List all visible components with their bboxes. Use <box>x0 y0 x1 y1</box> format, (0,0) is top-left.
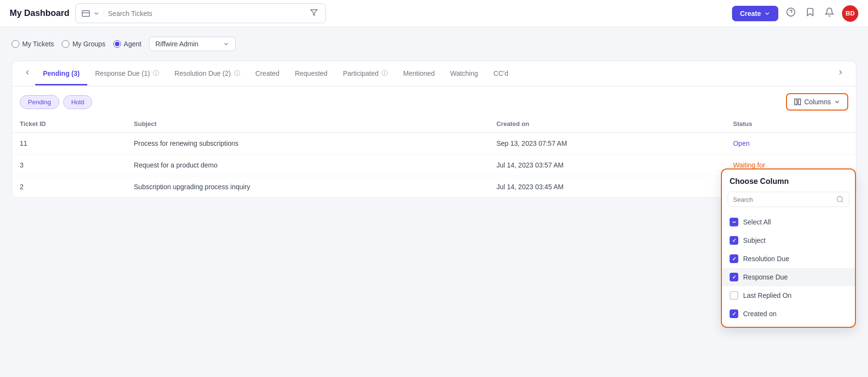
svg-line-7 <box>841 201 843 202</box>
col-subject: Subject <box>126 115 489 133</box>
select-chevron-icon <box>223 41 230 47</box>
filter-icon <box>310 9 318 16</box>
checkbox-checked: ✓ <box>730 236 738 245</box>
columns-chevron-icon <box>834 98 841 105</box>
bookmark-icon <box>805 7 815 17</box>
column-item-label: Resolution Due <box>743 255 789 263</box>
page-title: My Dashboard <box>10 8 69 18</box>
column-item[interactable]: ✓Created on <box>722 305 855 323</box>
inbox-icon <box>81 9 90 18</box>
columns-icon <box>794 98 801 106</box>
resolution-due-info-icon[interactable]: ⓘ <box>234 69 240 78</box>
table-row[interactable]: 11 Process for renewing subscriptions Se… <box>12 133 856 154</box>
filter-chips: Pending Hold <box>20 95 92 109</box>
tab-mentioned[interactable]: Mentioned <box>395 62 442 85</box>
agent-radio[interactable] <box>113 40 121 48</box>
column-search-input[interactable] <box>733 196 832 203</box>
column-item-label: Created on <box>743 310 776 318</box>
filter-my-tickets[interactable]: My Tickets <box>12 40 54 48</box>
bell-icon <box>825 7 834 17</box>
checkbox-partial: − <box>730 218 738 226</box>
column-search-box[interactable] <box>728 192 849 207</box>
tab-requested[interactable]: Requested <box>287 62 335 85</box>
checkbox-checked: ✓ <box>730 309 738 318</box>
col-created-on: Created on <box>488 115 725 133</box>
chevron-left-icon <box>24 69 31 76</box>
avatar[interactable]: BD <box>842 5 858 22</box>
svg-point-6 <box>837 196 842 202</box>
search-bar[interactable] <box>75 3 326 23</box>
svg-rect-4 <box>795 99 797 105</box>
notifications-button[interactable] <box>823 5 836 21</box>
column-items-list: −Select All✓Subject✓Resolution Due✓Respo… <box>722 213 855 323</box>
create-chevron-icon <box>764 10 771 17</box>
help-icon <box>786 7 796 17</box>
column-item[interactable]: ✓Response Due <box>722 268 855 286</box>
column-item[interactable]: ✓Resolution Due <box>722 250 855 268</box>
agent-select[interactable]: Riffwire Admin <box>149 37 236 51</box>
header: My Dashboard Create BD <box>0 0 868 27</box>
tab-prev-button[interactable] <box>20 67 35 81</box>
chip-hold[interactable]: Hold <box>63 95 93 109</box>
column-item-label: Subject <box>743 237 766 244</box>
participated-info-icon[interactable]: ⓘ <box>381 69 388 78</box>
svg-rect-5 <box>798 99 800 105</box>
checkbox-checked: ✓ <box>730 254 738 263</box>
column-chooser-panel: Choose Column −Select All✓Subject✓Resolu… <box>721 168 856 328</box>
filter-button[interactable] <box>308 7 320 20</box>
help-button[interactable] <box>784 5 798 21</box>
filter-my-groups[interactable]: My Groups <box>62 40 105 48</box>
cell-subject: Process for renewing subscriptions <box>126 133 489 154</box>
column-item-label: Select All <box>743 218 771 226</box>
cell-subject: Request for a product demo <box>126 154 489 176</box>
cell-ticket-id: 11 <box>12 133 126 154</box>
tab-participated[interactable]: Participated ⓘ <box>335 61 395 86</box>
table-header-row: Ticket ID Subject Created on Status <box>12 115 856 133</box>
tab-pending[interactable]: Pending (3) <box>35 62 87 85</box>
ticket-card: Pending (3) Response Due (1) ⓘ Resolutio… <box>12 61 856 198</box>
my-groups-radio[interactable] <box>62 40 69 48</box>
tab-watching[interactable]: Watching <box>442 62 486 85</box>
column-item[interactable]: ✓Subject <box>722 231 855 250</box>
tab-response-due[interactable]: Response Due (1) ⓘ <box>87 61 167 86</box>
response-due-info-icon[interactable]: ⓘ <box>153 69 159 78</box>
my-tickets-radio[interactable] <box>12 40 19 48</box>
create-button[interactable]: Create <box>732 6 778 21</box>
header-actions: Create BD <box>732 5 858 22</box>
checkbox-checked: ✓ <box>730 273 738 281</box>
cell-created-on: Sep 13, 2023 07:57 AM <box>488 133 725 154</box>
column-item-label: Last Replied On <box>743 292 791 299</box>
column-item[interactable]: Last Replied On <box>722 286 855 305</box>
cell-created-on: Jul 14, 2023 03:45 AM <box>488 176 725 198</box>
tab-resolution-due[interactable]: Resolution Due (2) ⓘ <box>167 61 248 86</box>
search-bar-left <box>81 9 104 18</box>
svg-rect-0 <box>82 11 90 16</box>
chevron-right-icon <box>837 69 844 76</box>
cell-subject: Subscription upgrading process inquiry <box>126 176 489 198</box>
search-icon <box>836 195 844 203</box>
toolbar-row: Pending Hold Columns <box>12 86 856 115</box>
column-item[interactable]: −Select All <box>722 213 855 231</box>
cell-ticket-id: 2 <box>12 176 126 198</box>
bookmark-button[interactable] <box>803 5 817 21</box>
chip-pending[interactable]: Pending <box>20 95 59 109</box>
col-ticket-id: Ticket ID <box>12 115 126 133</box>
checkbox-unchecked <box>730 291 738 300</box>
filter-row: My Tickets My Groups Agent Riffwire Admi… <box>12 37 856 51</box>
column-chooser-title: Choose Column <box>722 177 855 192</box>
columns-button[interactable]: Columns <box>786 93 848 111</box>
main-content: My Tickets My Groups Agent Riffwire Admi… <box>0 27 868 377</box>
search-input[interactable] <box>108 10 304 17</box>
svg-marker-1 <box>311 10 317 15</box>
tab-created[interactable]: Created <box>248 62 287 85</box>
col-status: Status <box>725 115 856 133</box>
filter-agent[interactable]: Agent <box>113 40 142 48</box>
tab-ccd[interactable]: CC'd <box>486 62 516 85</box>
cell-ticket-id: 3 <box>12 154 126 176</box>
tab-next-button[interactable] <box>833 67 848 81</box>
cell-created-on: Jul 14, 2023 03:57 AM <box>488 154 725 176</box>
chevron-down-icon[interactable] <box>93 10 100 17</box>
cell-status: Open <box>725 133 856 154</box>
tabs-bar: Pending (3) Response Due (1) ⓘ Resolutio… <box>12 61 856 86</box>
column-item-label: Response Due <box>743 273 788 281</box>
